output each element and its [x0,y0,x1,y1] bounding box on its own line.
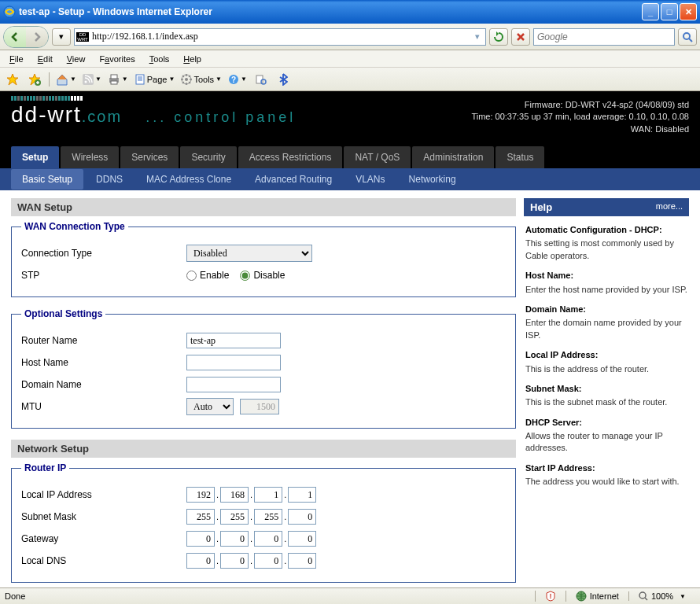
subtab-mac-clone[interactable]: MAC Address Clone [135,169,242,190]
stp-enable-radio[interactable]: Enable [186,270,229,281]
help-panel: Help more... Automatic Configuration - D… [524,198,689,579]
svg-rect-6 [111,75,117,79]
svg-text:!: ! [549,592,551,600]
status-zone[interactable]: Internet [566,591,628,602]
mtu-mode-select[interactable]: Auto [186,398,234,415]
address-bar[interactable]: DDWRT ▾ [74,28,486,46]
uptime-line: Time: 00:37:35 up 37 min, load average: … [471,111,689,123]
tab-wireless[interactable]: Wireless [61,146,119,168]
forward-button[interactable] [26,27,48,47]
domain-name-label: Domain Name [21,379,186,390]
gateway-o2[interactable] [220,531,249,547]
dns-o1[interactable] [186,553,215,569]
bluetooth-icon[interactable] [275,72,291,87]
domain-name-input[interactable] [186,377,281,392]
window-title: test-ap - Setup - Windows Internet Explo… [19,6,642,17]
search-box[interactable] [533,28,675,46]
subtab-ddns[interactable]: DDNS [85,169,134,190]
connection-type-select[interactable]: Disabled [186,245,312,262]
local-ip-o2[interactable] [220,487,249,503]
globe-icon [576,591,587,602]
status-security: ! [535,591,566,602]
local-ip-o4[interactable] [288,487,316,503]
subnet-o4[interactable] [288,509,316,525]
optional-settings-fieldset: Optional Settings Router Name Host Name … [11,308,516,429]
subnet-o2[interactable] [220,509,249,525]
help-item-title: Local IP Address: [525,349,687,361]
help-more-link[interactable]: more... [656,201,683,213]
add-favorites-icon[interactable] [27,72,42,87]
gateway-o3[interactable] [254,531,282,547]
tab-status[interactable]: Status [496,146,544,168]
research-icon[interactable] [253,72,269,87]
router-name-input[interactable] [186,333,281,348]
tab-administration[interactable]: Administration [412,146,494,168]
menu-favorites[interactable]: Favorites [93,53,141,65]
subtab-networking[interactable]: Networking [398,169,467,190]
subnet-o3[interactable] [254,509,282,525]
tab-setup[interactable]: Setup [11,146,59,168]
gateway-o4[interactable] [288,531,316,547]
help-item-title: Domain Name: [525,304,687,315]
feeds-button[interactable]: ▼ [83,74,101,85]
help-item-desc: Allows the router to manage your IP addr… [525,430,687,455]
dns-o3[interactable] [254,553,282,569]
help-item-desc: Enter the domain name provided by your I… [525,317,687,341]
url-dropdown[interactable]: ▾ [471,31,484,42]
menu-help[interactable]: Help [177,53,208,65]
subtab-adv-routing[interactable]: Advanced Routing [244,169,343,190]
window-titlebar: test-ap - Setup - Windows Internet Explo… [0,0,700,24]
stop-button[interactable] [511,28,530,46]
home-button[interactable]: ▼ [56,73,76,86]
tab-security[interactable]: Security [180,146,236,168]
tab-access-restrictions[interactable]: Access Restrictions [238,146,343,168]
maximize-button[interactable]: □ [661,3,678,20]
status-done: Done [5,591,535,601]
print-button[interactable]: ▼ [108,74,128,85]
gateway-label: Gateway [21,533,186,544]
refresh-button[interactable] [489,28,508,46]
menu-view[interactable]: View [61,53,92,65]
menu-edit[interactable]: Edit [31,53,59,65]
subtab-basic-setup[interactable]: Basic Setup [11,169,83,190]
local-ip-label: Local IP Address [21,489,186,500]
ie-toolbar: ▼ ▼ ▼ Page▼ Tools▼ ?▼ [0,68,700,91]
help-item-title: Start IP Address: [525,462,687,474]
local-ip-o3[interactable] [254,487,282,503]
minimize-button[interactable]: _ [642,3,659,20]
host-name-input[interactable] [186,355,281,370]
help-item-title: Automatic Configuration - DHCP: [525,224,687,236]
firmware-line: Firmware: DD-WRT v24-sp2 (04/08/09) std [471,99,689,111]
recent-dropdown[interactable]: ▾ [52,28,71,46]
network-setup-header: Network Setup [11,440,516,458]
close-button[interactable]: ✕ [680,3,697,20]
page-menu[interactable]: Page▼ [134,74,175,85]
main-tabs: Setup Wireless Services Security Access … [0,145,700,168]
subnet-o1[interactable] [186,509,215,525]
search-button[interactable] [678,28,697,46]
tab-services[interactable]: Services [120,146,179,168]
help-button[interactable]: ?▼ [228,74,247,85]
menu-tools[interactable]: Tools [143,53,176,65]
menu-file[interactable]: File [3,53,30,65]
optional-legend: Optional Settings [21,308,105,319]
subtab-vlans[interactable]: VLANs [344,169,396,190]
help-item-desc: Enter the host name provided by your ISP… [525,284,687,296]
svg-point-10 [185,78,188,81]
stp-disable-radio[interactable]: Disable [240,270,285,281]
favorites-star-icon[interactable] [5,72,20,87]
status-zoom[interactable]: 100%▼ [628,591,695,601]
gateway-o1[interactable] [186,531,215,547]
url-input[interactable] [92,31,471,42]
tools-menu[interactable]: Tools▼ [181,74,222,85]
mtu-label: MTU [21,401,186,412]
search-input[interactable] [537,31,671,42]
tab-nat-qos[interactable]: NAT / QoS [344,146,411,168]
main-form: WAN Setup WAN Connection Type Connection… [11,198,516,579]
page-label: Page [147,75,168,84]
dns-o4[interactable] [288,553,316,569]
local-ip-o1[interactable] [186,487,215,503]
back-button[interactable] [4,27,26,47]
dns-o2[interactable] [220,553,249,569]
firmware-status: Firmware: DD-WRT v24-sp2 (04/08/09) std … [471,96,689,140]
